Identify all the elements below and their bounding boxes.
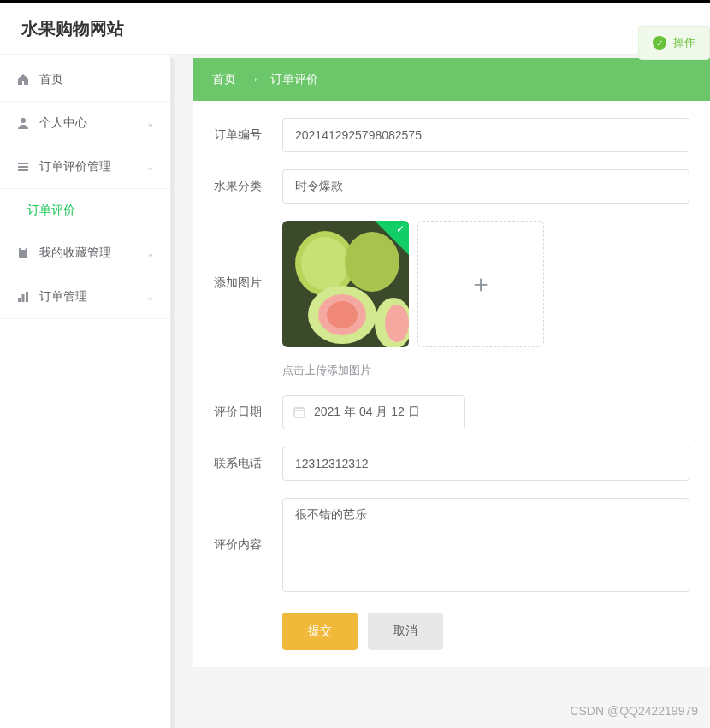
list-icon [15,159,31,175]
svg-rect-7 [22,294,25,302]
chevron-down-icon: ⌄ [146,291,155,303]
toast-success: ✓ 操作 [638,26,710,60]
uploaded-image-thumb[interactable]: ✓ [282,221,409,347]
toast-text: 操作 [673,35,695,50]
chevron-down-icon: ⌄ [146,247,155,259]
sidebar-item-label: 订单评价管理 [39,159,146,175]
content-label: 评价内容 [214,537,274,553]
calendar-icon [293,406,305,418]
phone-label: 联系电话 [214,456,274,471]
arrow-right-icon: → [246,72,260,87]
sidebar-item-home[interactable]: 首页 [0,58,170,102]
sidebar-item-order-review[interactable]: 订单评价 [0,189,170,232]
date-value: 2021 年 04 月 12 日 [314,405,420,420]
order-no-label: 订单编号 [214,127,274,143]
chevron-down-icon: ⌄ [146,117,155,129]
svg-rect-18 [294,408,305,417]
clipboard-icon [15,246,31,261]
sidebar-item-label: 我的收藏管理 [39,246,146,261]
date-picker[interactable]: 2021 年 04 月 12 日 [282,395,465,429]
svg-rect-3 [18,169,28,171]
breadcrumb: 首页 → 订单评价 [193,58,710,101]
sidebar-item-label: 订单管理 [39,289,146,305]
header: 水果购物网站 [0,3,710,55]
sidebar-item-label: 订单评价 [27,203,155,218]
check-circle-icon: ✓ [653,36,666,50]
site-title: 水果购物网站 [21,17,124,40]
sidebar: 首页 个人中心 ⌄ 订单评价管理 ⌄ 订单评价 我的收藏管理 ⌄ [0,3,171,728]
sidebar-item-favorites[interactable]: 我的收藏管理 ⌄ [0,232,170,275]
review-form: 订单编号 水果分类 添加图片 [193,101,710,667]
watermark: CSDN @QQ242219979 [570,704,698,718]
chevron-down-icon: ⌄ [146,161,155,173]
svg-rect-2 [18,166,28,168]
stats-icon [15,289,31,305]
user-icon [15,115,31,131]
svg-point-11 [301,237,349,290]
breadcrumb-home[interactable]: 首页 [212,72,236,87]
svg-rect-8 [26,292,28,302]
sidebar-item-label: 个人中心 [39,115,146,131]
scrollbar-shadow [171,58,176,728]
content-textarea[interactable] [282,498,689,592]
breadcrumb-current: 订单评价 [270,72,318,87]
check-icon: ✓ [396,223,405,235]
svg-point-0 [21,118,26,123]
svg-rect-6 [18,298,21,302]
svg-rect-1 [18,163,28,164]
upload-hint: 点击上传添加图片 [282,363,544,378]
svg-point-15 [327,301,358,328]
plus-icon: ＋ [469,268,493,300]
cancel-button[interactable]: 取消 [368,613,443,650]
phone-input[interactable] [282,447,689,481]
submit-button[interactable]: 提交 [282,613,358,650]
svg-point-17 [385,305,409,342]
sidebar-item-order-mgmt[interactable]: 订单管理 ⌄ [0,275,170,319]
sidebar-item-review-mgmt[interactable]: 订单评价管理 ⌄ [0,145,170,189]
order-no-input[interactable] [282,118,689,152]
svg-rect-5 [21,247,26,250]
date-label: 评价日期 [214,405,274,420]
category-label: 水果分类 [214,179,274,194]
add-image-label: 添加图片 [214,221,274,291]
main-content: 首页 → 订单评价 订单编号 水果分类 添加图片 [171,3,710,728]
sidebar-item-label: 首页 [39,72,155,87]
category-input[interactable] [282,169,689,204]
sidebar-item-profile[interactable]: 个人中心 ⌄ [0,102,170,145]
add-image-button[interactable]: ＋ [417,221,544,347]
home-icon [15,72,31,87]
